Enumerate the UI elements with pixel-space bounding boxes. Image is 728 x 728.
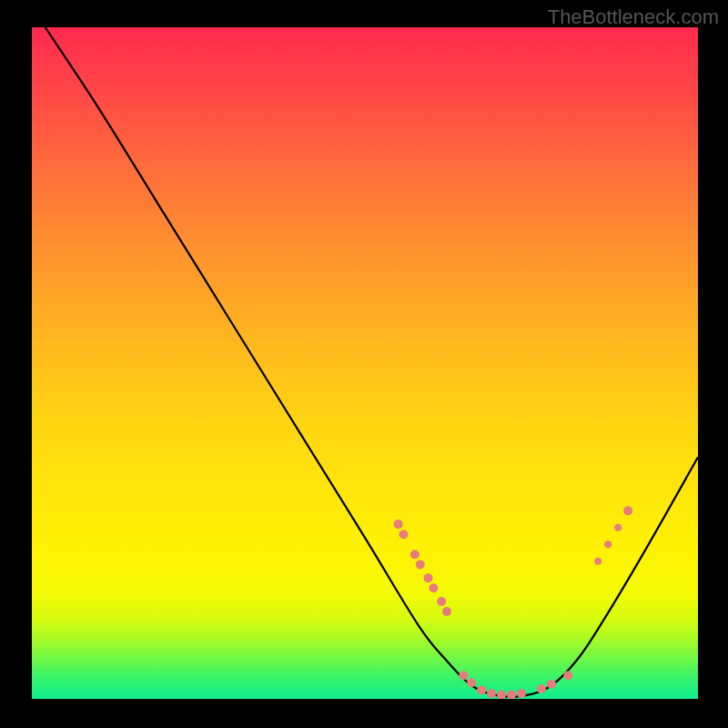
chart-marker <box>563 671 572 680</box>
chart-marker <box>604 541 612 548</box>
chart-plot-area <box>32 27 698 699</box>
chart-marker <box>487 689 496 698</box>
watermark-text: TheBottleneck.com <box>548 5 719 29</box>
chart-marker <box>459 671 468 680</box>
chart-marker <box>497 691 506 699</box>
chart-marker <box>623 506 632 515</box>
chart-marker <box>507 691 516 699</box>
chart-marker <box>399 530 408 539</box>
chart-marker <box>547 680 556 689</box>
chart-svg <box>32 27 698 699</box>
chart-marker <box>614 524 622 531</box>
chart-marker <box>477 685 486 694</box>
chart-marker <box>437 597 446 606</box>
chart-marker <box>424 573 433 582</box>
chart-marker <box>537 684 546 693</box>
chart-marker <box>410 550 420 559</box>
chart-marker <box>467 678 476 687</box>
chart-marker <box>429 583 438 592</box>
chart-marker <box>394 520 403 529</box>
chart-marker <box>594 558 602 565</box>
chart-marker <box>517 689 526 698</box>
chart-marker <box>416 560 425 569</box>
chart-marker <box>442 607 451 616</box>
chart-curve <box>46 27 698 697</box>
chart-markers <box>394 506 633 699</box>
